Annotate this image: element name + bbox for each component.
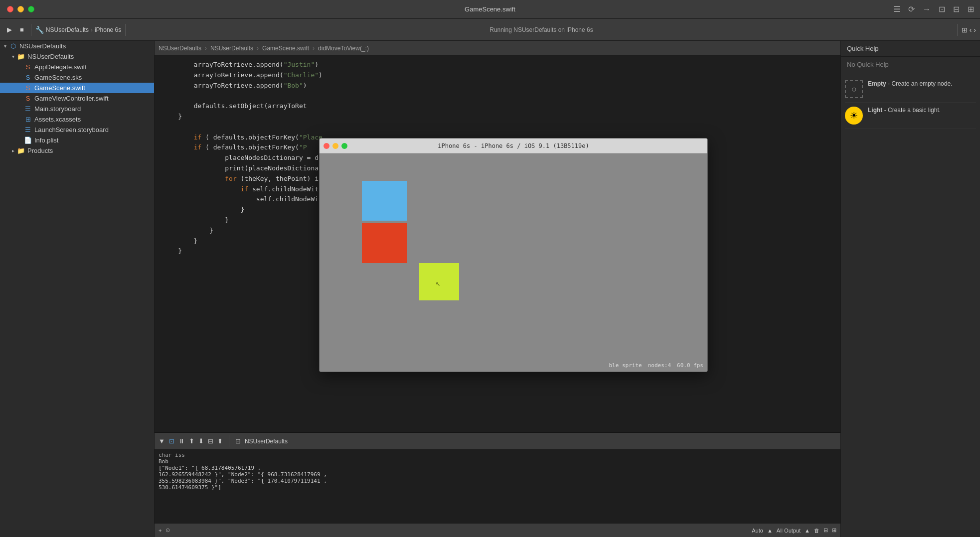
split-bottom-icon[interactable]: ⊟ [208, 437, 213, 445]
separator-3 [957, 24, 958, 36]
bottom-up-icon[interactable]: ▲ [767, 528, 773, 534]
bottom-panel: ▼ ⊡ ⏸ ⬆ ⬇ ⊟ ⬆ ⊡ NSUserDefaults char iss … [155, 432, 840, 537]
breadcrumb-item-1[interactable]: NSUserDefaults [159, 45, 201, 52]
bottom-scheme-label[interactable]: NSUserDefaults [245, 438, 288, 445]
sidebar-item-infoplist[interactable]: 📄 Info.plist [0, 135, 154, 145]
node-empty-name: Empty [868, 80, 886, 87]
bottom-panel-icon[interactable]: ▼ [159, 437, 165, 445]
toolbar: ▶ ■ 🔧 NSUserDefaults › iPhone 6s Running… [0, 19, 980, 41]
sidebar-item-products[interactable]: ▸ 📁 Products [0, 145, 154, 156]
main-layout: ▾ ⬡ NSUserDefaults ▾ 📁 NSUserDefaults S … [0, 41, 980, 537]
window-title: GameScene.swift [465, 5, 515, 13]
console-line-2: ["Node1": "{ 68.3178405761719 , [159, 465, 836, 471]
trash-icon[interactable]: 🗑 [814, 528, 819, 534]
sidebar-products-label: Products [27, 147, 53, 154]
sidebar-item-root[interactable]: ▾ ⬡ NSUserDefaults [0, 41, 154, 51]
sidebar-appdelegate-label: AppDelegate.swift [34, 63, 87, 71]
no-help-label: No Quick Help [847, 61, 889, 68]
share-icon[interactable]: ⟳ [908, 4, 915, 14]
breadcrumb-sep-3: › [313, 45, 315, 52]
sidebar-item-launch-storyboard[interactable]: ☰ LaunchScreen.storyboard [0, 125, 154, 135]
minimize-button[interactable] [17, 6, 24, 12]
sim-minimize-button[interactable] [332, 143, 338, 149]
folder-icon: 📁 [17, 53, 25, 60]
breadcrumb: NSUserDefaults › NSUserDefaults › GameSc… [155, 41, 840, 56]
status-label: Running NSUserDefaults on iPhone 6s [130, 26, 953, 33]
sidebar-plist-label: Info.plist [34, 136, 58, 144]
breadcrumb-item-4[interactable]: didMoveToView(_:) [318, 45, 369, 52]
scheme-icon: 🔧 [35, 26, 44, 34]
run-button[interactable]: ▶ [4, 25, 15, 34]
sidebar-gvc-label: GameViewController.swift [34, 95, 109, 102]
sidebar-item-gameviewcontroller[interactable]: S GameViewController.swift [0, 93, 154, 104]
console-line-0: char iss [159, 452, 836, 458]
traffic-lights [7, 6, 34, 12]
node-light-sep: - [884, 107, 888, 114]
sidebar-item-gamescene-swift[interactable]: S GameScene.swift [0, 83, 154, 93]
step-icon[interactable]: ⬆ [189, 437, 194, 445]
list-icon[interactable]: ☰ [893, 4, 900, 14]
disclosure-icon: ▾ [4, 43, 6, 49]
title-bar: GameScene.swift ☰ ⟳ → ⊡ ⊟ ⊞ [0, 0, 980, 19]
separator-2 [125, 24, 126, 36]
console-output: char iss Bob ["Node1": "{ 68.31784057617… [155, 450, 840, 523]
all-output-up-icon[interactable]: ▲ [805, 528, 810, 534]
swift-icon-2: S [24, 84, 32, 92]
simulator-window: iPhone 6s - iPhone 6s / iOS 9.1 (13B5119… [319, 138, 708, 372]
sidebar-storyboard-label: Main.storyboard [34, 105, 81, 113]
breadcrumb-item-2[interactable]: NSUserDefaults [210, 45, 253, 52]
sidebar-item-gamescene-sks[interactable]: S GameScene.sks [0, 72, 154, 83]
assets-icon: ⊞ [24, 116, 32, 123]
maximize-button[interactable] [28, 6, 34, 12]
node-empty-desc: Create an empty node. [891, 80, 952, 87]
nav-back-icon[interactable]: ‹ [970, 26, 972, 34]
separator-bottom [229, 435, 229, 447]
bottom-status-bar: + ⊙ Auto ▲ All Output ▲ 🗑 ⊟ ⊞ [155, 523, 840, 537]
sidebar-sks-label: GameScene.sks [34, 74, 82, 81]
sidebar-item-appdelegate[interactable]: S AppDelegate.swift [0, 62, 154, 72]
node-light-desc: Create a basic light. [888, 107, 941, 114]
forward-icon[interactable]: → [923, 5, 931, 14]
quick-help-header: Quick Help [841, 41, 980, 57]
stepdown-icon[interactable]: ⬇ [198, 437, 204, 445]
node-light-name: Light [868, 107, 882, 114]
storyboard-icon: ☰ [24, 105, 32, 113]
expand-output-icon[interactable]: ⊞ [832, 527, 836, 534]
title-bar-controls: ☰ ⟳ → ⊡ ⊟ ⊞ [893, 4, 974, 14]
scheme-label[interactable]: NSUserDefaults [46, 26, 89, 33]
bottom-filter-icon[interactable]: ⊙ [165, 527, 170, 534]
pause-icon[interactable]: ⏸ [178, 437, 185, 445]
sim-sprite-label: ble sprite [609, 362, 642, 369]
debug-icon[interactable]: ⊡ [169, 437, 174, 445]
all-output-label: All Output [777, 528, 801, 534]
node-light-text: Light - Create a basic light. [868, 107, 941, 114]
sidebar-gamescene-label: GameScene.swift [34, 84, 85, 92]
sidebar-item-group[interactable]: ▾ 📁 NSUserDefaults [0, 51, 154, 62]
bottom-plus-icon[interactable]: + [159, 528, 162, 534]
close-button[interactable] [7, 6, 13, 12]
sun-icon-symbol: ☀ [850, 110, 858, 121]
light-node-icon: ☀ [845, 107, 863, 125]
split-output-icon[interactable]: ⊟ [823, 527, 828, 534]
sidebar-item-main-storyboard[interactable]: ☰ Main.storyboard [0, 104, 154, 114]
right-panel: Quick Help No Quick Help ⬡ Empty - Creat… [840, 41, 980, 537]
sidebar-item-assets[interactable]: ⊞ Assets.xcassets [0, 114, 154, 125]
sim-maximize-button[interactable] [341, 143, 347, 149]
split2-icon[interactable]: ⊟ [953, 4, 960, 14]
simulator-content[interactable]: ↖ ble sprite nodes:4 60.0 fps [320, 153, 707, 372]
swift-icon: S [24, 63, 32, 71]
nav-forward-icon[interactable]: › [974, 26, 976, 34]
content-area: NSUserDefaults › NSUserDefaults › GameSc… [155, 41, 840, 537]
quick-help-title: Quick Help [847, 45, 879, 52]
sim-fps-label: 60.0 fps [677, 362, 703, 369]
expand-icon[interactable]: ⊞ [968, 4, 974, 14]
device-label[interactable]: iPhone 6s [95, 26, 121, 33]
red-rectangle [362, 223, 407, 263]
split-icon[interactable]: ⊡ [939, 4, 945, 14]
stop-button[interactable]: ■ [17, 25, 27, 34]
simulator-titlebar: iPhone 6s - iPhone 6s / iOS 9.1 (13B5119… [320, 138, 707, 153]
sim-close-button[interactable] [324, 143, 329, 149]
send-icon[interactable]: ⬆ [217, 437, 223, 445]
breadcrumb-item-3[interactable]: GameScene.swift [262, 45, 309, 52]
grid-icon[interactable]: ⊞ [962, 26, 968, 34]
